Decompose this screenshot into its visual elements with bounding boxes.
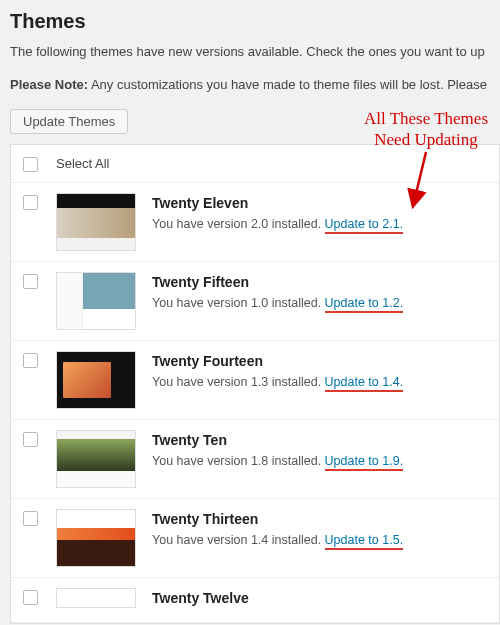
theme-checkbox[interactable] (23, 511, 38, 526)
theme-name: Twenty Eleven (152, 195, 403, 211)
update-link[interactable]: Update to 2.1. (325, 217, 404, 234)
update-link[interactable]: Update to 1.2. (325, 296, 404, 313)
theme-name: Twenty Thirteen (152, 511, 403, 527)
table-row: Twenty Fourteen You have version 1.3 ins… (11, 341, 499, 420)
theme-thumbnail (56, 430, 136, 488)
installed-version: You have version 1.3 installed. (152, 375, 325, 389)
note-label: Please Note: (10, 77, 88, 92)
themes-table: Select All Twenty Eleven You have versio… (10, 144, 500, 624)
theme-version-line: You have version 2.0 installed. Update t… (152, 217, 403, 231)
theme-checkbox[interactable] (23, 432, 38, 447)
theme-checkbox[interactable] (23, 195, 38, 210)
table-row: Twenty Twelve (11, 578, 499, 623)
theme-thumbnail (56, 272, 136, 330)
theme-thumbnail (56, 351, 136, 409)
theme-name: Twenty Fourteen (152, 353, 403, 369)
table-row: Twenty Fifteen You have version 1.0 inst… (11, 262, 499, 341)
theme-name: Twenty Fifteen (152, 274, 403, 290)
intro-text: The following themes have new versions a… (10, 43, 500, 62)
theme-thumbnail (56, 509, 136, 567)
theme-name: Twenty Ten (152, 432, 403, 448)
theme-thumbnail (56, 588, 136, 608)
select-all-checkbox[interactable] (23, 157, 38, 172)
table-header-row: Select All (11, 145, 499, 183)
select-all-label[interactable]: Select All (56, 156, 109, 171)
note-body: Any customizations you have made to them… (88, 77, 487, 92)
theme-name: Twenty Twelve (152, 590, 249, 606)
table-row: Twenty Thirteen You have version 1.4 ins… (11, 499, 499, 578)
theme-version-line: You have version 1.4 installed. Update t… (152, 533, 403, 547)
installed-version: You have version 1.8 installed. (152, 454, 325, 468)
theme-version-line: You have version 1.0 installed. Update t… (152, 296, 403, 310)
table-row: Twenty Eleven You have version 2.0 insta… (11, 183, 499, 262)
theme-checkbox[interactable] (23, 353, 38, 368)
installed-version: You have version 1.0 installed. (152, 296, 325, 310)
update-themes-button[interactable]: Update Themes (10, 109, 128, 134)
installed-version: You have version 2.0 installed. (152, 217, 325, 231)
theme-version-line: You have version 1.3 installed. Update t… (152, 375, 403, 389)
theme-thumbnail (56, 193, 136, 251)
page-title: Themes (10, 10, 500, 33)
theme-checkbox[interactable] (23, 590, 38, 605)
theme-version-line: You have version 1.8 installed. Update t… (152, 454, 403, 468)
note-text: Please Note: Any customizations you have… (10, 76, 500, 95)
theme-checkbox[interactable] (23, 274, 38, 289)
table-row: Twenty Ten You have version 1.8 installe… (11, 420, 499, 499)
update-link[interactable]: Update to 1.5. (325, 533, 404, 550)
update-link[interactable]: Update to 1.4. (325, 375, 404, 392)
update-link[interactable]: Update to 1.9. (325, 454, 404, 471)
installed-version: You have version 1.4 installed. (152, 533, 325, 547)
